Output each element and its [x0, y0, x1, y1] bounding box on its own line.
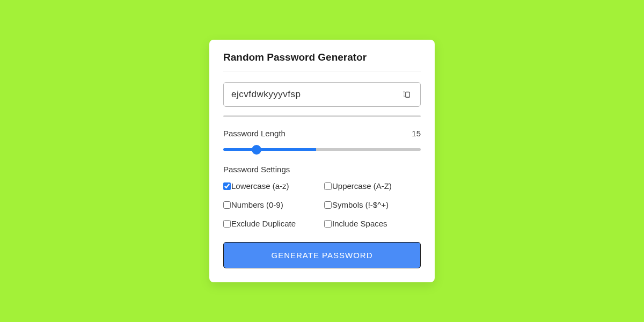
option-lowercase-label: Lowercase (a-z): [231, 181, 289, 191]
copy-icon: [402, 89, 412, 100]
checkbox-spaces[interactable]: [324, 220, 332, 228]
option-exclude[interactable]: Exclude Duplicate: [223, 219, 320, 228]
option-numbers[interactable]: Numbers (0-9): [223, 200, 320, 209]
length-slider[interactable]: [223, 148, 421, 151]
password-output-box: ejcvfdwkyyyvfsp: [223, 82, 421, 107]
password-output-text: ejcvfdwkyyyvfsp: [231, 89, 301, 99]
length-value: 15: [412, 129, 421, 138]
options-grid: Lowercase (a-z) Uppercase (A-Z) Numbers …: [223, 181, 421, 228]
password-generator-card: Random Password Generator ejcvfdwkyyyvfs…: [209, 40, 435, 282]
option-uppercase-label: Uppercase (A-Z): [332, 181, 392, 191]
option-spaces-label: Include Spaces: [332, 219, 387, 228]
option-symbols[interactable]: Symbols (!-$^+): [324, 200, 421, 209]
option-numbers-label: Numbers (0-9): [231, 200, 283, 209]
option-symbols-label: Symbols (!-$^+): [332, 200, 389, 209]
option-uppercase[interactable]: Uppercase (A-Z): [324, 181, 421, 191]
length-row: Password Length 15: [223, 129, 421, 138]
copy-button[interactable]: [400, 87, 414, 103]
page-title: Random Password Generator: [223, 52, 421, 71]
option-spaces[interactable]: Include Spaces: [324, 219, 421, 228]
checkbox-exclude[interactable]: [223, 220, 231, 228]
generate-button[interactable]: Generate Password: [223, 242, 421, 268]
option-lowercase[interactable]: Lowercase (a-z): [223, 181, 320, 191]
svg-rect-0: [406, 92, 410, 98]
length-label: Password Length: [223, 129, 286, 138]
strength-indicator: [223, 115, 421, 117]
checkbox-numbers[interactable]: [223, 201, 231, 209]
settings-label: Password Settings: [223, 165, 421, 174]
option-exclude-label: Exclude Duplicate: [231, 219, 296, 228]
checkbox-uppercase[interactable]: [324, 182, 332, 190]
checkbox-lowercase[interactable]: [223, 182, 231, 190]
checkbox-symbols[interactable]: [324, 201, 332, 209]
